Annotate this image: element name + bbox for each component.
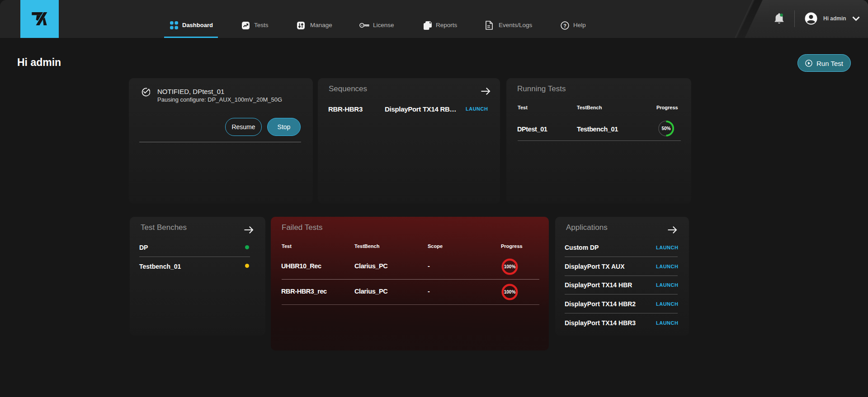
svg-text:100%: 100% [504,290,516,294]
svg-text:?: ? [563,23,566,28]
svg-text:50%: 50% [661,126,670,131]
svg-text:100%: 100% [504,264,516,269]
